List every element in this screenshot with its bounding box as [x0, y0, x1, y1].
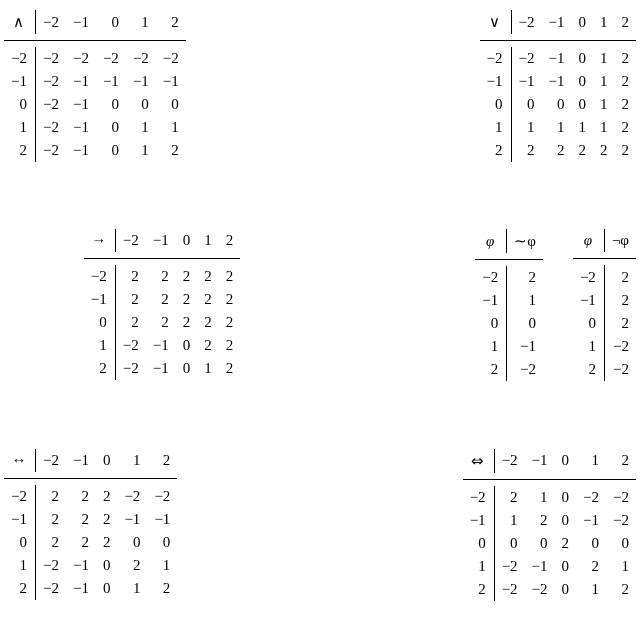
cell: −2 [126, 47, 156, 70]
cell: 0 [96, 554, 118, 577]
phi-header: φ [475, 229, 506, 253]
cell: 2 [615, 93, 637, 116]
table-row: ∧ −2 −1 0 1 2 [4, 10, 186, 34]
row-header: 1 [573, 335, 604, 358]
cell: −1 [147, 508, 177, 531]
cell: 2 [572, 139, 594, 162]
table-row: 1−2−1011 [4, 116, 186, 139]
cell: −2 [507, 358, 543, 381]
cell: −2 [66, 47, 96, 70]
table-row: 222222 [480, 139, 636, 162]
col-header: 0 [555, 449, 577, 473]
operator-symbol: ∼φ [507, 229, 543, 253]
cell: 1 [593, 47, 615, 70]
row-header: 1 [475, 335, 506, 358]
cell: 1 [593, 116, 615, 139]
cell: 2 [604, 289, 636, 312]
cell: 0 [542, 93, 572, 116]
cell: 0 [96, 116, 126, 139]
cell: 2 [176, 311, 198, 334]
table-row: −1−2−1−1−1−1 [4, 70, 186, 93]
table-row: 2−2 [475, 358, 543, 381]
cell: 2 [35, 531, 65, 554]
col-header: 2 [156, 10, 186, 34]
cell: −2 [96, 47, 126, 70]
col-header: −2 [115, 229, 145, 252]
cell: 2 [66, 508, 96, 531]
table-or: ∨ −2−1012 −2−2−1012 −1−1−1012 000012 111… [480, 10, 636, 162]
table-row: 2−2−2012 [463, 578, 636, 601]
cell: −1 [126, 70, 156, 93]
cell: 0 [176, 357, 198, 380]
cell: 0 [576, 532, 606, 555]
cell: −2 [606, 486, 636, 509]
cell: −2 [604, 358, 636, 381]
row-header: 0 [4, 93, 35, 116]
cell: 2 [511, 139, 541, 162]
cell: 0 [555, 555, 577, 578]
cell: 0 [511, 93, 541, 116]
cell: 2 [176, 288, 198, 311]
row-header: 2 [84, 357, 115, 380]
table-row: 0−2−1000 [4, 93, 186, 116]
cell: 2 [604, 312, 636, 335]
table-row: 022200 [4, 531, 177, 554]
cell: 1 [542, 116, 572, 139]
row-header: 0 [480, 93, 511, 116]
cell: −1 [542, 70, 572, 93]
table-row: 2−2−1012 [4, 577, 177, 600]
cell: 0 [126, 93, 156, 116]
row-header: 2 [4, 139, 35, 162]
row-header: 1 [84, 334, 115, 357]
table-row: 111112 [480, 116, 636, 139]
table-row: 022222 [84, 311, 240, 334]
row-header: −2 [480, 47, 511, 70]
col-header: 0 [96, 10, 126, 34]
row-header: −1 [4, 508, 35, 531]
cell: 2 [146, 265, 176, 288]
cell: 2 [494, 486, 524, 509]
cell: −2 [35, 47, 65, 70]
col-header: 1 [117, 449, 147, 472]
table-row: −22 [475, 266, 543, 289]
cell: −1 [66, 116, 96, 139]
operator-symbol: ⇔ [463, 449, 494, 473]
table-row: 000012 [480, 93, 636, 116]
cell: 2 [615, 47, 637, 70]
cell: 2 [604, 265, 636, 288]
cell: 1 [593, 93, 615, 116]
cell: 2 [507, 266, 543, 289]
table-row: φ ∼φ [475, 229, 543, 253]
cell: 2 [115, 288, 145, 311]
cell: 2 [146, 288, 176, 311]
col-header: −1 [66, 449, 96, 472]
row-header: 2 [480, 139, 511, 162]
cell: −2 [494, 555, 524, 578]
cell: −2 [606, 509, 636, 532]
cell: −2 [494, 578, 524, 601]
cell: 2 [117, 554, 147, 577]
table-row: −22 [573, 265, 636, 288]
table-bicon: ↔ −2−1012 −2222−2−2 −1222−1−1 022200 1−2… [4, 449, 177, 600]
col-header: 0 [176, 229, 198, 252]
operator-symbol: ∨ [480, 10, 511, 34]
table-row: 2−2−1012 [4, 139, 186, 162]
operator-symbol: ¬φ [604, 229, 636, 252]
cell: 2 [219, 334, 241, 357]
col-header: 1 [593, 10, 615, 34]
row-header: 1 [480, 116, 511, 139]
row-header: −2 [4, 47, 35, 70]
cell: 2 [525, 509, 555, 532]
cell: 2 [66, 485, 96, 508]
cell: 2 [35, 485, 65, 508]
cell: −2 [35, 116, 65, 139]
truth-tables-figure: ∧ −2 −1 0 1 2 −2−2−2−2−2−2 −1−2−1−1−1−1 … [0, 0, 640, 644]
col-header: 1 [197, 229, 219, 252]
cell: 0 [117, 531, 147, 554]
table-row: 2−2−1012 [84, 357, 240, 380]
col-header: −2 [494, 449, 524, 473]
cell: 1 [507, 289, 543, 312]
cell: 1 [126, 116, 156, 139]
cell: −2 [115, 334, 145, 357]
cell: 2 [66, 531, 96, 554]
